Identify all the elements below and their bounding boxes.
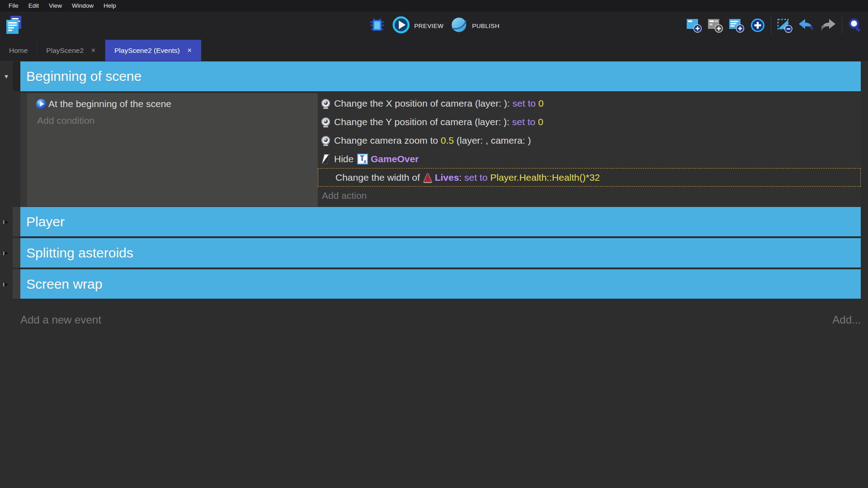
action-text-segment: Change the Y position of camera (layer: … bbox=[334, 117, 512, 127]
publish-button[interactable]: PUBLISH bbox=[450, 16, 500, 36]
preview-label: PREVIEW bbox=[414, 23, 443, 29]
action-row[interactable]: Change the width of Lives: set to Player… bbox=[318, 168, 861, 187]
tab-close-icon[interactable]: ✕ bbox=[91, 47, 96, 54]
event-group-title: Splitting asteroids bbox=[20, 245, 133, 261]
event-indent-strip bbox=[20, 93, 27, 206]
preview-button[interactable]: PREVIEW bbox=[392, 16, 443, 36]
project-manager-icon[interactable] bbox=[5, 15, 24, 38]
actions-column: Change the X position of camera (layer: … bbox=[318, 93, 861, 206]
event-group-row: ►Screen wrap bbox=[0, 269, 861, 299]
action-row[interactable]: Change camera zoom to 0.5 (layer: , came… bbox=[318, 131, 861, 150]
menu-item-edit[interactable]: Edit bbox=[24, 0, 44, 12]
event-group-bar[interactable]: Screen wrap bbox=[20, 269, 861, 299]
action-row[interactable]: Change the Y position of camera (layer: … bbox=[318, 113, 861, 131]
condition-row[interactable]: At the beginning of the scene bbox=[27, 95, 318, 113]
action-text-segment: Hide bbox=[334, 154, 356, 164]
tab-label: PlayScene2 (Events) bbox=[114, 47, 180, 55]
delete-selection-icon[interactable] bbox=[776, 18, 793, 33]
action-text-segment: Change the X position of camera (layer: … bbox=[334, 98, 513, 109]
expand-arrow-icon[interactable]: ► bbox=[0, 269, 13, 299]
search-icon[interactable] bbox=[847, 18, 863, 33]
tab-label: Home bbox=[9, 47, 28, 55]
add-action-button[interactable]: Add action bbox=[318, 190, 861, 201]
action-text-segment: set to bbox=[512, 117, 538, 127]
action-text-segment: Lives bbox=[435, 172, 459, 183]
group-gap bbox=[0, 236, 868, 238]
publish-label: PUBLISH bbox=[472, 23, 500, 29]
add-event-icon[interactable] bbox=[686, 18, 702, 33]
scene-start-icon bbox=[36, 99, 47, 109]
event-group-row: ▾Beginning of scene bbox=[0, 61, 861, 91]
preview-play-icon bbox=[392, 16, 410, 36]
action-text-segment: Change the width of bbox=[335, 172, 423, 183]
action-text-segment: 0 bbox=[538, 117, 543, 127]
undo-icon[interactable] bbox=[797, 18, 815, 33]
menu-item-file[interactable]: File bbox=[4, 0, 24, 12]
camera-icon bbox=[321, 99, 330, 108]
menu-item-view[interactable]: View bbox=[44, 0, 67, 12]
action-text-segment: set to bbox=[464, 172, 490, 183]
tab-close-icon[interactable]: ✕ bbox=[187, 47, 192, 54]
tab-playscene2[interactable]: PlayScene2✕ bbox=[37, 40, 105, 61]
condition-text: At the beginning of the scene bbox=[48, 99, 171, 109]
action-text-segment: : bbox=[459, 172, 464, 183]
camera-icon bbox=[321, 117, 330, 126]
expand-arrow-icon[interactable]: ► bbox=[0, 207, 13, 236]
event-sheet: ▾Beginning of sceneAt the beginning of t… bbox=[0, 61, 868, 488]
event-group-title: Player bbox=[20, 214, 65, 230]
tab-playscene2-events-[interactable]: PlayScene2 (Events)✕ bbox=[105, 40, 201, 61]
event-group-row: ►Splitting asteroids bbox=[0, 238, 861, 267]
events-toolbar-icons bbox=[686, 17, 863, 34]
tab-label: PlayScene2 bbox=[46, 47, 84, 55]
hide-icon bbox=[321, 154, 330, 164]
group-gap bbox=[0, 267, 868, 269]
add-more-button[interactable]: Add... bbox=[832, 314, 861, 326]
group-gap bbox=[0, 299, 868, 300]
event-row: At the beginning of the sceneAdd conditi… bbox=[20, 93, 861, 206]
tab-home[interactable]: Home bbox=[0, 40, 37, 61]
conditions-panel: At the beginning of the sceneAdd conditi… bbox=[27, 93, 318, 206]
camera-icon bbox=[321, 136, 330, 145]
add-comment-icon[interactable] bbox=[728, 18, 745, 33]
event-group-bar[interactable]: Player bbox=[20, 207, 861, 236]
menu-bar: FileEditViewWindowHelp bbox=[0, 0, 868, 12]
action-text-segment: 0.5 bbox=[441, 135, 454, 146]
expand-arrow-icon[interactable]: ► bbox=[0, 238, 13, 267]
event-group-bar[interactable]: Beginning of scene bbox=[20, 61, 861, 91]
menu-item-window[interactable]: Window bbox=[67, 0, 99, 12]
debug-icon[interactable] bbox=[368, 16, 386, 36]
add-new-event-button[interactable]: Add a new event bbox=[20, 314, 101, 326]
group-indent-strip bbox=[13, 238, 20, 267]
toolbar: PREVIEW PUBLISH bbox=[0, 12, 868, 40]
text-object-icon bbox=[357, 154, 368, 164]
group-indent-strip bbox=[13, 61, 20, 91]
toolbar-separator bbox=[771, 17, 771, 34]
event-group-row: ►Player bbox=[0, 207, 861, 236]
publish-globe-icon bbox=[450, 16, 468, 36]
event-group-bar[interactable]: Splitting asteroids bbox=[20, 238, 861, 267]
collapse-arrow-icon[interactable]: ▾ bbox=[0, 61, 13, 91]
group-indent-strip bbox=[13, 269, 20, 299]
action-row[interactable]: Hide GameOver bbox=[318, 150, 861, 168]
group-indent-strip bbox=[13, 207, 20, 236]
action-text-segment: GameOver bbox=[371, 154, 419, 164]
action-text-segment: (layer: , camera: ) bbox=[454, 135, 531, 146]
tab-bar: HomePlayScene2✕PlayScene2 (Events)✕ bbox=[0, 40, 868, 61]
menu-item-help[interactable]: Help bbox=[99, 0, 121, 12]
action-row[interactable]: Change the X position of camera (layer: … bbox=[318, 94, 861, 113]
redo-icon[interactable] bbox=[820, 18, 837, 33]
action-text-segment: 0 bbox=[538, 98, 544, 109]
add-subevent-icon[interactable] bbox=[707, 18, 723, 33]
action-text-segment: Change camera zoom to bbox=[334, 135, 441, 146]
action-text-segment: set to bbox=[513, 98, 538, 109]
event-group-title: Screen wrap bbox=[20, 277, 102, 292]
ship-object-icon bbox=[424, 173, 432, 182]
action-text-segment: Player.Health::Health()*32 bbox=[490, 172, 600, 183]
add-condition-button[interactable]: Add condition bbox=[27, 115, 318, 126]
event-group-title: Beginning of scene bbox=[20, 69, 142, 84]
add-more-icon[interactable] bbox=[750, 18, 766, 33]
toolbar-separator bbox=[842, 17, 842, 34]
